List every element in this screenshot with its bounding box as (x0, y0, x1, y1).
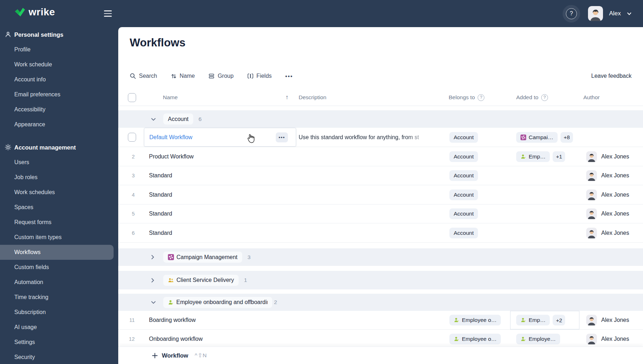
belongs-to-pill[interactable]: Employee o… (449, 334, 501, 344)
sort-button[interactable]: Name (171, 73, 195, 79)
belongs-to-pill: Account (449, 208, 478, 219)
added-to-overflow-pill[interactable]: +2 (553, 315, 565, 325)
plus-icon[interactable] (152, 353, 158, 359)
author-avatar (586, 151, 597, 162)
added-to-pill[interactable]: Emp… (516, 151, 550, 162)
chevron-down-icon[interactable] (627, 12, 632, 15)
group-row-employee-onboarding[interactable]: Employee onboarding and offboardin 2 (118, 294, 643, 311)
employee-space-icon (520, 317, 526, 323)
column-header-name[interactable]: Name (163, 89, 178, 106)
gear-icon (5, 144, 11, 152)
table-row[interactable]: Default Workflow ••• Use this standard w… (118, 128, 643, 147)
sidebar-item-custom-item-types[interactable]: Custom item types (0, 230, 114, 245)
group-pill: Employee onboarding and offboardin (163, 297, 272, 308)
sidebar-item-spaces[interactable]: Spaces (0, 200, 114, 215)
employee-space-icon (520, 336, 526, 342)
row-number: 11 (118, 311, 135, 329)
workflow-name[interactable]: Standard (149, 185, 172, 204)
sidebar-item-accessibility[interactable]: Accessibility (0, 102, 114, 117)
wrike-logo: wrike (14, 6, 55, 18)
sidebar-item-subscription[interactable]: Subscription (0, 305, 114, 320)
more-options-button[interactable]: ••• (285, 73, 293, 79)
author-name: Alex Jones (601, 311, 629, 329)
sidebar-item-workflows[interactable]: Workflows (0, 245, 114, 260)
added-to-pill[interactable]: Campai… (516, 132, 558, 143)
table-row[interactable]: 4 Standard Account Alex Jones (118, 185, 643, 204)
workflow-name[interactable]: Standard (149, 223, 172, 242)
sidebar-item-custom-fields[interactable]: Custom fields (0, 260, 114, 275)
workflow-name[interactable]: Onboarding workflow (149, 330, 203, 348)
sidebar-item-settings[interactable]: Settings (0, 335, 114, 350)
help-circle-icon[interactable]: ? (478, 94, 484, 101)
sidebar-item-job-roles[interactable]: Job roles (0, 170, 114, 185)
search-button[interactable]: Search (130, 73, 157, 79)
sidebar-item-ai-usage[interactable]: AI usage (0, 320, 114, 335)
sidebar-item-account-info[interactable]: Account info (0, 72, 114, 87)
sidebar-item-work-schedule[interactable]: Work schedule (0, 57, 114, 72)
table-body: Account 6 Default Workflow ••• Use this … (118, 110, 643, 349)
sort-ascending-icon[interactable]: ↑ (285, 89, 289, 106)
name-cell-hover-box[interactable]: Default Workflow ••• (144, 128, 296, 147)
fields-icon (247, 73, 254, 79)
sidebar-item-security[interactable]: Security (0, 350, 114, 364)
group-row-account[interactable]: Account 6 (118, 110, 643, 128)
workflow-name[interactable]: Boarding workflow (149, 311, 196, 329)
added-to-pill[interactable]: Emp… (516, 315, 550, 325)
workflow-name[interactable]: Standard (149, 166, 172, 185)
table-row[interactable]: 12 Onboarding workflow Employee o… Emplo… (118, 330, 643, 349)
column-header-belongs-to[interactable]: Belongs to ? (449, 89, 484, 106)
user-name[interactable]: Alex (609, 10, 621, 17)
table-row[interactable]: 2 Product Workflow Account Emp… +1 Alex … (118, 147, 643, 166)
column-header-description[interactable]: Description (299, 89, 327, 106)
group-count: 2 (274, 299, 277, 305)
table-row[interactable]: 5 Standard Account Alex Jones (118, 204, 643, 223)
workflow-name[interactable]: Product Workflow (149, 147, 194, 166)
sidebar-item-appearance[interactable]: Appearance (0, 117, 114, 132)
added-to-pill[interactable]: Employe… (516, 334, 560, 344)
sidebar-item-work-schedules[interactable]: Work schedules (0, 185, 114, 200)
belongs-to-pill[interactable]: Employee o… (449, 315, 501, 325)
added-to-cell-box[interactable]: Emp… +2 (510, 311, 579, 329)
row-description: Use this standard workflow for anything,… (299, 128, 430, 147)
help-circle-icon[interactable]: ? (541, 94, 548, 101)
sidebar-item-automation[interactable]: Automation (0, 275, 114, 290)
campaign-space-icon (168, 254, 174, 260)
workflow-link[interactable]: Default Workflow (149, 134, 193, 141)
workflows-page: Workflows Search Name Group Fields ••• L… (118, 27, 643, 364)
sidebar-item-time-tracking[interactable]: Time tracking (0, 290, 114, 305)
wrike-check-icon (14, 7, 26, 17)
chevron-right-icon[interactable] (151, 254, 157, 260)
table-row[interactable]: 11 Boarding workflow Employee o… Emp… +2… (118, 311, 643, 330)
help-icon[interactable]: ? (566, 8, 577, 19)
leave-feedback-link[interactable]: Leave feedback (591, 73, 632, 79)
column-header-added-to[interactable]: Added to ? (516, 89, 548, 106)
added-to-overflow-pill[interactable]: +8 (560, 132, 573, 143)
select-all-checkbox[interactable] (128, 93, 136, 102)
sidebar-item-email-preferences[interactable]: Email preferences (0, 87, 114, 102)
sidebar-item-profile[interactable]: Profile (0, 42, 114, 57)
column-header-author[interactable]: Author (583, 89, 600, 106)
row-number: 6 (118, 223, 135, 242)
group-pill: Account (163, 113, 193, 125)
add-workflow-button[interactable]: Workflow (162, 352, 188, 359)
chevron-down-icon[interactable] (151, 300, 157, 304)
group-row-campaign-management[interactable]: Campaign Management 3 (118, 248, 643, 266)
row-more-button[interactable]: ••• (276, 132, 288, 142)
row-checkbox[interactable] (128, 133, 136, 142)
group-button[interactable]: Group (208, 73, 233, 79)
added-to-overflow-pill[interactable]: +1 (553, 151, 565, 162)
author-name: Alex Jones (601, 223, 629, 242)
sidebar-item-request-forms[interactable]: Request forms (0, 215, 114, 230)
chevron-down-icon[interactable] (151, 117, 157, 121)
hamburger-menu-icon[interactable] (104, 10, 112, 17)
table-row[interactable]: 3 Standard Account Alex Jones (118, 166, 643, 185)
workflow-name[interactable]: Standard (149, 204, 172, 223)
table-row[interactable]: 6 Standard Account Alex Jones (118, 223, 643, 243)
sidebar-item-users[interactable]: Users (0, 155, 114, 170)
chevron-right-icon[interactable] (151, 278, 157, 283)
group-row-client-service-delivery[interactable]: Client Service Delivery 1 (118, 271, 643, 289)
page-title: Workflows (130, 36, 185, 49)
fields-button[interactable]: Fields (247, 73, 272, 79)
user-avatar[interactable] (588, 6, 603, 21)
create-workflow-bar: Workflow ^⇧N (118, 347, 643, 364)
